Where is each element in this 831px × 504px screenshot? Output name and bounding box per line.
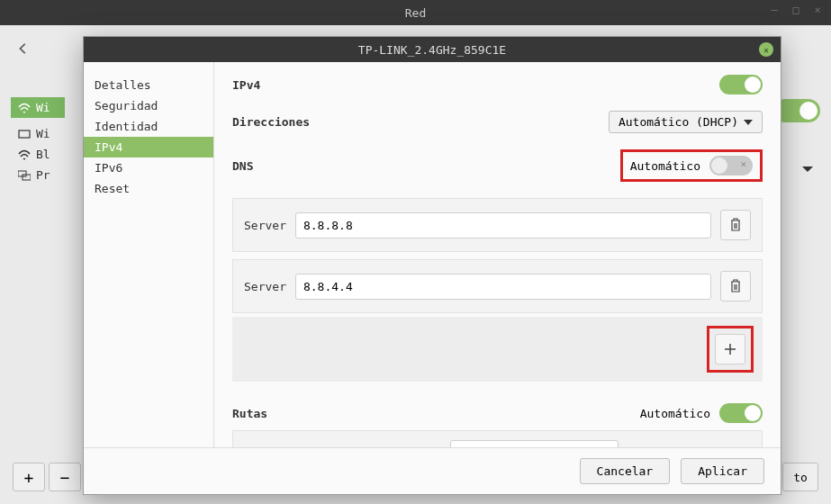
add-button[interactable]: +	[13, 463, 45, 491]
ipv4-heading: IPv4	[232, 78, 260, 92]
direcciones-label: Direcciones	[232, 115, 310, 129]
close-icon[interactable]: ✕	[759, 42, 773, 57]
add-server-row	[232, 317, 763, 382]
dns-auto-toggle[interactable]: ×	[709, 156, 753, 176]
routes-input-row: Address	[232, 430, 763, 447]
route-address-input[interactable]	[450, 440, 619, 447]
address-label: Address	[393, 446, 442, 447]
connection-dialog: TP-LINK_2.4GHz_859C1E ✕ Detalles Segurid…	[83, 36, 781, 495]
dns-server-input[interactable]	[295, 212, 711, 238]
server-label: Server	[244, 280, 286, 293]
sidebar-item-wifi-active[interactable]: Wi	[11, 97, 65, 118]
parent-title: Red	[405, 6, 426, 20]
dns-server-row: Server	[232, 198, 763, 252]
trash-icon	[729, 279, 742, 293]
dialog-body: Detalles Seguridad Identidad IPv4 IPv6 R…	[84, 62, 781, 447]
proxy-icon	[18, 170, 31, 181]
chevron-down-icon	[744, 119, 753, 126]
minimize-icon[interactable]: –	[768, 4, 781, 16]
delete-server-button[interactable]	[720, 210, 751, 240]
sidebar-item[interactable]: Bl	[11, 144, 65, 165]
sidebar-item[interactable]: Wi	[11, 123, 65, 144]
server-label: Server	[244, 219, 286, 232]
sidebar-label: Pr	[36, 168, 50, 182]
sidebar-label: Wi	[36, 127, 50, 140]
dns-server-row: Server	[232, 259, 763, 313]
apply-button[interactable]: Aplicar	[681, 458, 764, 484]
dialog-content: IPv4 Direcciones Automático (DHCP) DNS A…	[214, 62, 781, 447]
rutas-auto-label: Automático	[640, 407, 710, 420]
bottom-toolbar: + −	[13, 463, 81, 491]
dns-server-input[interactable]	[295, 274, 711, 300]
tab-identity[interactable]: Identidad	[84, 116, 213, 137]
svg-rect-0	[19, 130, 30, 138]
plus-icon	[724, 343, 736, 356]
sidebar-item[interactable]: Pr	[11, 165, 65, 185]
remove-button[interactable]: −	[49, 463, 81, 491]
window-buttons: – □ ×	[768, 4, 824, 16]
chevron-down-icon[interactable]	[800, 162, 815, 176]
dialog-sidebar: Detalles Seguridad Identidad IPv4 IPv6 R…	[84, 62, 214, 447]
dialog-title: TP-LINK_2.4GHz_859C1E	[358, 43, 506, 57]
cancel-button[interactable]: Cancelar	[580, 458, 671, 484]
ipv4-toggle[interactable]	[719, 75, 763, 94]
sidebar-label: Bl	[36, 148, 50, 161]
tab-details[interactable]: Detalles	[84, 75, 213, 95]
dns-label: DNS	[232, 159, 253, 173]
back-button[interactable]	[11, 36, 36, 61]
trash-icon	[729, 218, 742, 232]
close-icon[interactable]: ×	[811, 4, 824, 16]
dns-auto-label: Automático	[630, 159, 700, 173]
add-highlight	[707, 326, 754, 373]
delete-server-button[interactable]	[720, 271, 751, 302]
maximize-icon[interactable]: □	[790, 4, 802, 16]
dns-auto-highlight: Automático ×	[620, 149, 763, 182]
tab-ipv4[interactable]: IPv4	[84, 137, 213, 158]
addresses-dropdown[interactable]: Automático (DHCP)	[609, 111, 763, 133]
parent-titlebar: Red – □ ×	[0, 0, 831, 25]
tab-security[interactable]: Seguridad	[84, 95, 213, 116]
wifi-icon	[18, 149, 31, 160]
routes-section: Rutas Automático Address	[232, 403, 763, 447]
dialog-footer: Cancelar Aplicar	[84, 447, 781, 494]
wifi-icon	[18, 103, 31, 113]
rutas-auto-toggle[interactable]	[719, 403, 763, 423]
sidebar-label: Wi	[36, 101, 50, 114]
tab-ipv6[interactable]: IPv6	[84, 158, 213, 178]
rutas-label: Rutas	[232, 407, 267, 420]
tab-reset[interactable]: Reset	[84, 178, 213, 199]
device-icon	[18, 129, 31, 140]
dialog-titlebar: TP-LINK_2.4GHz_859C1E ✕	[84, 37, 781, 62]
add-server-button[interactable]	[715, 334, 745, 364]
fragment-button[interactable]: to	[782, 463, 818, 491]
addresses-value: Automático (DHCP)	[619, 115, 738, 129]
